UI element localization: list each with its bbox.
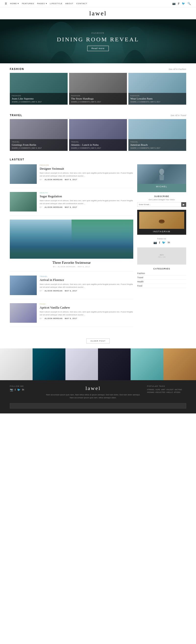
article-content-vanilla: FOOD Apricot Vanilla Cashew Nam rutrum s… <box>40 303 133 323</box>
article-large-byline-swimwear: By · ALISON MORGAN · May 8, 2017 <box>10 266 133 268</box>
fashion-card-0[interactable]: FASHION Jeans Like Supermo SHARE | 2 COM… <box>10 73 68 105</box>
footer-tag-7[interactable]: #HELLO <box>166 392 173 393</box>
travel-card-grid: TRAVEL Greetings From Berlin SHARE | 2 C… <box>0 119 196 156</box>
sidebar-author-name: MICHEL <box>137 184 186 189</box>
footer-tag-6[interactable]: #SELECTED <box>155 392 165 393</box>
article-large-swimwear: Three Favorite Swimwear By · ALISON MORG… <box>10 220 133 272</box>
article-thumb-designer[interactable] <box>10 164 37 184</box>
article-content-arrival: TRAVEL Arrival in Florence Nam rutrum su… <box>40 276 133 295</box>
footer-facebook-icon[interactable]: f <box>15 388 16 392</box>
sidebar-follow-widget: Follow me 📷 f 🐦 in <box>137 238 186 244</box>
svg-point-3 <box>159 169 164 174</box>
fashion-card-2-cat: FASHION <box>130 95 184 96</box>
subscribe-email-input[interactable] <box>137 202 181 207</box>
nav-features[interactable]: FEATURES <box>22 2 34 5</box>
category-fashion[interactable]: Fashion <box>137 272 186 276</box>
svg-rect-5 <box>159 220 164 222</box>
follow-facebook-icon[interactable]: f <box>159 241 160 244</box>
travel-card-0[interactable]: TRAVEL Greetings From Berlin SHARE | 2 C… <box>10 119 68 151</box>
footer-image-3 <box>98 348 131 380</box>
sidebar-subscribe-widget: Subscribe Get Latest Straight Your Inbox… <box>137 195 186 207</box>
latest-sidebar: MICHEL Subscribe Get Latest Straight You… <box>137 164 186 331</box>
article-large-img-swimwear[interactable] <box>10 220 133 259</box>
travel-card-1[interactable]: TRAVEL Atlantis – Lunch in Nobu SHARE | … <box>69 119 127 151</box>
fashion-see-all-link[interactable]: See All in Fashion <box>169 68 186 70</box>
older-post-button[interactable]: OLDER POST <box>86 338 110 344</box>
article-thumb-vanilla[interactable] <box>10 303 37 323</box>
footer-follow-title: Follow me <box>10 385 39 387</box>
article-cat-vanilla: FOOD <box>40 303 133 305</box>
category-food[interactable]: Food <box>137 284 186 288</box>
travel-card-2-cat: TRAVEL <box>130 141 184 143</box>
footer-tag-8[interactable]: #ITIZEN <box>174 392 180 393</box>
article-thumb-arrival[interactable] <box>10 276 37 295</box>
footer-tags: #TRAVEL #LIFE #ART #VLOGIT #ACTING #NOMA… <box>147 389 186 393</box>
article-title-arrival[interactable]: Arrival in Florence <box>40 278 133 282</box>
follow-icons: 📷 f 🐦 in <box>137 241 186 244</box>
nav-lifestyle[interactable]: LIFESTYLE <box>50 2 62 5</box>
article-title-sugar[interactable]: Sugar Regulation <box>40 194 133 198</box>
subscribe-submit-button[interactable]: ▶ <box>181 202 186 207</box>
footer-tag-2[interactable]: #ART <box>161 389 165 390</box>
article-large-title-swimwear[interactable]: Three Favorite Swimwear <box>10 261 133 265</box>
hero-read-more-button[interactable]: Read more <box>87 46 109 51</box>
hamburger-icon[interactable]: ☰ <box>5 2 7 5</box>
footer-twitter-icon[interactable]: 🐦 <box>17 388 21 392</box>
search-icon[interactable]: 🔍 <box>187 2 191 5</box>
fashion-section-title: FASHION <box>10 68 24 70</box>
footer-search-input[interactable] <box>10 403 186 408</box>
nav-pages[interactable]: PAGES ▾ <box>37 2 47 5</box>
fashion-card-1-meta: SHARE | 2 COMMENTS | MAY 8, 2017 <box>71 101 125 103</box>
article-thumb-sugar[interactable] <box>10 192 37 212</box>
article-content-designer: FASHION Designer Swimsuit Nam rutrum sus… <box>40 164 133 184</box>
fashion-card-0-cat: FASHION <box>12 95 66 96</box>
fashion-card-0-meta: SHARE | 2 COMMENTS | MAY 8, 2017 <box>12 101 66 103</box>
twitter-icon[interactable]: 🐦 <box>182 2 185 5</box>
sidebar-instagram-widget[interactable]: INSTAGRAM <box>137 210 186 235</box>
fashion-card-1-title: The Straw Handbags <box>71 97 125 100</box>
hero-title: DINING ROOM REVEAL <box>57 36 139 43</box>
article-item-arrival: TRAVEL Arrival in Florence Nam rutrum su… <box>10 276 133 299</box>
hero-category: FASHION <box>57 32 139 34</box>
nav-home[interactable]: HOME ▾ <box>10 2 19 5</box>
footer-social-icons: 📷 f 🐦 in <box>10 388 39 392</box>
footer-logo: lawel <box>44 385 142 392</box>
footer-tag-5[interactable]: #NOMAD <box>147 392 154 393</box>
instagram-icon[interactable]: 📷 <box>172 2 176 5</box>
fashion-card-1[interactable]: FASHION The Straw Handbags SHARE | 2 COM… <box>69 73 127 105</box>
article-byline-designer: By · ALISON MORGAN · May 8, 2017 <box>40 179 133 180</box>
footer-tag-4[interactable]: #ACTING <box>175 389 182 390</box>
surfer-icon <box>154 167 169 182</box>
article-byline-sugar: By · ALISON MORGAN · May 8, 2017 <box>40 206 133 208</box>
category-travel[interactable]: Travel <box>137 276 186 280</box>
footer-tag-3[interactable]: #VLOGIT <box>166 389 174 390</box>
article-title-vanilla[interactable]: Apricot Vanilla Cashew <box>40 306 133 310</box>
footer-image-5 <box>163 348 196 380</box>
travel-card-2[interactable]: TRAVEL Jumeiran Beach SHARE | 2 COMMENTS… <box>128 119 186 151</box>
article-byline-arrival: By · ALISON MORGAN · May 8, 2017 <box>40 290 133 292</box>
footer-tag-1[interactable]: #LIFE <box>156 389 160 390</box>
travel-see-all-link[interactable]: See All in Travel <box>170 114 186 116</box>
article-item-vanilla: FOOD Apricot Vanilla Cashew Nam rutrum s… <box>10 303 133 327</box>
top-nav: ☰ HOME ▾ FEATURES PAGES ▾ LIFESTYLE ABOU… <box>0 0 196 7</box>
follow-instagram-icon[interactable]: 📷 <box>153 241 157 244</box>
facebook-icon[interactable]: f <box>178 2 180 5</box>
nav-about[interactable]: ABOUT <box>65 2 73 5</box>
categories-title: Categories <box>137 268 186 270</box>
follow-linkedin-icon[interactable]: in <box>168 241 170 244</box>
travel-section-header: TRAVEL See All in Travel <box>0 110 196 119</box>
follow-twitter-icon[interactable]: 🐦 <box>162 241 166 244</box>
sidebar-author-widget: MICHEL <box>137 164 186 192</box>
footer-image-0 <box>0 348 33 380</box>
travel-card-0-meta: SHARE | 2 COMMENTS | MAY 6, 2017 <box>12 147 66 149</box>
footer-linkedin-icon[interactable]: in <box>22 388 24 392</box>
footer-instagram-icon[interactable]: 📷 <box>10 388 13 392</box>
fashion-section-header: FASHION See All in Fashion <box>0 63 196 73</box>
article-title-designer[interactable]: Designer Swimsuit <box>40 167 133 171</box>
fashion-card-2[interactable]: FASHION Wear Lowalist Pants SHARE | 2 CO… <box>128 73 186 105</box>
footer-tag-0[interactable]: #TRAVEL <box>147 389 155 390</box>
nav-contact[interactable]: CONTACT <box>76 2 87 5</box>
category-health[interactable]: Health <box>137 280 186 284</box>
article-content-sugar: HEALTH Sugar Regulation Nam rutrum susci… <box>40 192 133 212</box>
latest-section-title: LASTEST <box>10 158 186 161</box>
